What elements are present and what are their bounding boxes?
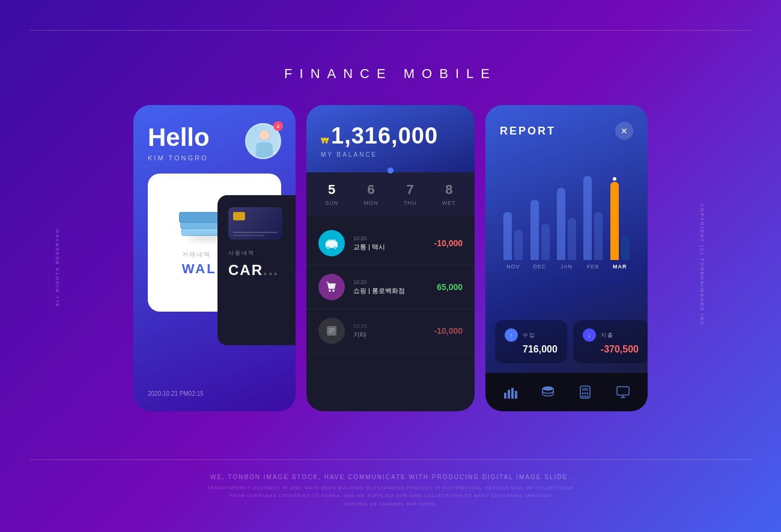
nov-income-bar <box>503 212 512 260</box>
date-indicator <box>387 168 394 174</box>
feb-income-bar <box>583 176 592 260</box>
nav-calculator-icon[interactable] <box>574 381 596 403</box>
date-num-6: 6 <box>367 182 374 198</box>
taxi-info: 10:20 교통 | 택시 <box>353 235 426 252</box>
date-item-mon[interactable]: 6 MON <box>364 182 378 206</box>
taxi-amount: -10,000 <box>434 238 463 248</box>
svg-point-27 <box>587 396 589 397</box>
bottom-nav <box>485 373 648 411</box>
other-time: 10:20 <box>353 323 426 329</box>
nov-expense-bar <box>514 230 523 260</box>
date-selector: 5 SUN 6 MON 7 THU 8 WET <box>306 172 475 216</box>
svg-rect-16 <box>508 390 510 399</box>
feb-label: FEB <box>587 264 600 270</box>
jan-label: JAN <box>561 264 573 270</box>
card1-date: 2020.10.21 PM02:15 <box>148 390 204 397</box>
shopping-amount: 65,000 <box>437 282 463 292</box>
chart-area: NOV DEC JAN <box>485 150 648 310</box>
expense-label: 지출 <box>601 331 614 339</box>
other-info: 10:20 기타 <box>353 323 426 339</box>
bar-jan: JAN <box>557 158 576 270</box>
bar-mar: MAR <box>610 158 630 270</box>
page-title: FINANCE MOBILE <box>0 66 781 82</box>
date-num-5: 5 <box>328 182 335 198</box>
date-day-thu: THU <box>404 200 417 206</box>
dates-row: 5 SUN 6 MON 7 THU 8 WET <box>306 182 475 206</box>
svg-rect-4 <box>327 240 336 243</box>
svg-rect-12 <box>329 328 335 330</box>
card-hello: Hello KIM TONGRO 2 <box>133 105 296 411</box>
hello-text: Hello <box>148 123 210 152</box>
svg-point-10 <box>332 289 335 292</box>
expense-box: ↓ 지출 -370,500 <box>573 320 648 363</box>
date-item-thu[interactable]: 7 THU <box>404 182 417 206</box>
taxi-icon <box>318 230 345 256</box>
svg-rect-18 <box>515 391 517 399</box>
card1-header: Hello KIM TONGRO 2 <box>148 123 281 162</box>
username-text: KIM TONGRO <box>148 154 210 162</box>
jan-expense-bar <box>568 218 576 260</box>
date-day-sun: SUN <box>325 200 338 206</box>
card-overlay-title: CAR... <box>228 262 296 279</box>
shopping-category: 쇼핑 | 롱로백화점 <box>353 286 428 295</box>
svg-point-2 <box>260 130 269 140</box>
feb-expense-bar <box>594 212 603 260</box>
close-button[interactable]: ✕ <box>615 122 633 140</box>
svg-point-23 <box>585 393 586 394</box>
card-report: REPORT ✕ NOV DE <box>485 105 648 411</box>
side-text-right: COPYRIGHT (C) TORBONIMAGES INC. <box>699 204 704 328</box>
svg-rect-21 <box>582 388 588 391</box>
svg-point-8 <box>335 247 336 249</box>
mar-expense-bar <box>621 236 630 260</box>
expense-arrow-icon: ↓ <box>583 328 596 342</box>
side-text-left: ALL RIGHTS RESERVED. <box>55 226 60 307</box>
other-amount: -10,000 <box>434 326 463 336</box>
summary-row: ↑ 수입 716,000 ↓ 지출 -370,500 <box>485 310 648 373</box>
cards-container: Hello KIM TONGRO 2 <box>133 105 648 411</box>
card-overlay: 사용내역 CAR... <box>217 195 296 345</box>
nav-chart-icon[interactable] <box>499 381 521 403</box>
bar-nov: NOV <box>503 158 523 270</box>
dec-label: DEC <box>533 264 547 270</box>
nav-database-icon[interactable] <box>537 381 559 403</box>
svg-point-25 <box>582 396 584 397</box>
mar-label: MAR <box>613 264 627 270</box>
other-icon <box>318 318 345 344</box>
taxi-time: 10:20 <box>353 235 426 241</box>
svg-rect-13 <box>329 330 335 331</box>
shopping-info: 10:20 쇼핑 | 롱로백화점 <box>353 279 428 295</box>
svg-point-6 <box>327 247 329 249</box>
svg-point-9 <box>329 289 331 292</box>
svg-point-19 <box>542 387 553 391</box>
income-box: ↑ 수입 716,000 <box>495 320 567 363</box>
nav-monitor-icon[interactable] <box>612 381 634 403</box>
balance-label: MY BALANCE <box>321 151 460 158</box>
dec-income-bar <box>530 200 539 260</box>
avatar-wrapper: 2 <box>245 123 281 159</box>
svg-point-24 <box>587 393 589 394</box>
transaction-taxi[interactable]: 10:20 교통 | 택시 -10,000 <box>306 222 475 265</box>
jan-income-bar <box>557 188 565 260</box>
transactions-list: 10:20 교통 | 택시 -10,000 10:20 <box>306 216 475 411</box>
svg-point-22 <box>582 393 584 394</box>
income-label: 수입 <box>523 331 536 339</box>
income-value: 716,000 <box>505 344 558 355</box>
balance-amount: 1,316,000 <box>331 123 438 149</box>
footer: WE, TONBON IMAGE STOCK, HAVE COMMUNICATE… <box>0 474 781 509</box>
card-overlay-label: 사용내역 <box>228 249 296 257</box>
footer-line1: WE, TONBON IMAGE STOCK, HAVE COMMUNICATE… <box>0 474 781 480</box>
nov-label: NOV <box>506 264 520 270</box>
svg-rect-1 <box>256 142 273 159</box>
svg-rect-28 <box>617 387 629 395</box>
card-balance: ₩ 1,316,000 MY BALANCE 5 SUN 6 MON 7 THU <box>306 105 475 411</box>
svg-rect-14 <box>329 332 332 333</box>
shopping-time: 10:20 <box>353 279 428 285</box>
transaction-shopping[interactable]: 10:20 쇼핑 | 롱로백화점 65,000 <box>306 265 475 309</box>
date-day-mon: MON <box>364 200 378 206</box>
date-item-sun[interactable]: 5 SUN <box>325 182 338 206</box>
bars-container: NOV DEC JAN <box>495 150 638 270</box>
transaction-other[interactable]: 10:20 기타 -10,000 <box>306 309 475 353</box>
date-item-wet[interactable]: 8 WET <box>442 182 456 206</box>
other-category: 기타 <box>353 330 426 339</box>
dec-expense-bar <box>541 224 550 260</box>
